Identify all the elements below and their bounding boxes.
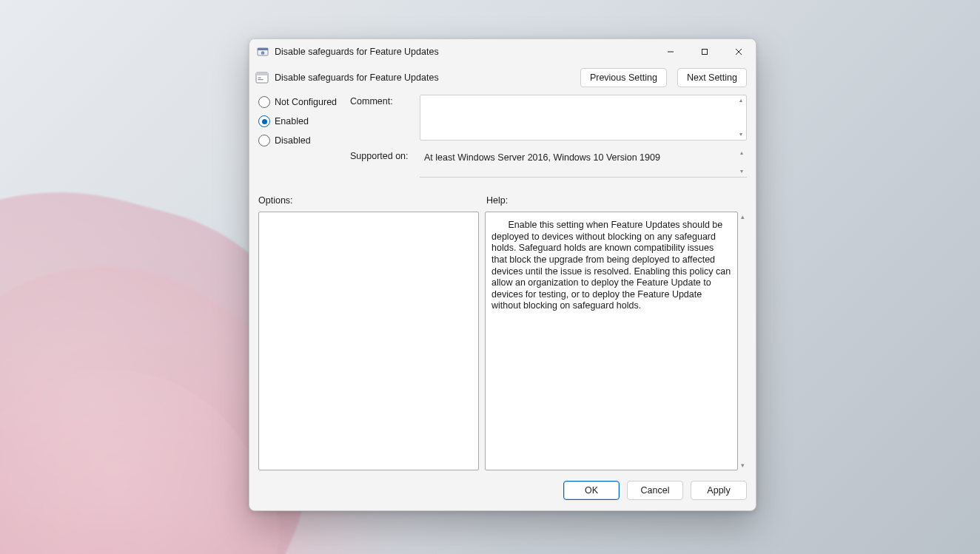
supported-on-field: At least Windows Server 2016, Windows 10… (420, 148, 747, 178)
radio-label: Enabled (275, 116, 309, 126)
svg-rect-7 (258, 79, 264, 80)
radio-icon (258, 115, 270, 127)
supported-on-label: Supported on: (350, 145, 417, 161)
minimize-button[interactable] (654, 39, 688, 64)
scroll-down-icon[interactable]: ▾ (739, 169, 745, 175)
policy-icon (255, 71, 269, 84)
scroll-up-icon[interactable]: ▴ (738, 98, 744, 104)
radio-icon (258, 96, 270, 108)
radio-disabled[interactable]: Disabled (258, 135, 347, 146)
supported-on-value: At least Windows Server 2016, Windows 10… (424, 152, 660, 163)
desktop-wallpaper: Disable safeguards for Feature Updates (0, 0, 980, 554)
svg-point-2 (261, 51, 265, 55)
radio-not-configured[interactable]: Not Configured (258, 96, 347, 108)
radio-enabled[interactable]: Enabled (258, 115, 347, 127)
titlebar[interactable]: Disable safeguards for Feature Updates (249, 39, 756, 64)
ok-button[interactable]: OK (563, 481, 620, 500)
policy-title: Disable safeguards for Feature Updates (275, 72, 439, 83)
cancel-button[interactable]: Cancel (627, 481, 683, 500)
svg-rect-5 (256, 72, 268, 75)
apply-button[interactable]: Apply (691, 481, 747, 500)
svg-rect-3 (702, 49, 708, 54)
help-pane[interactable]: Enable this setting when Feature Updates… (485, 212, 738, 470)
svg-rect-6 (258, 78, 261, 78)
maximize-button[interactable] (688, 39, 722, 64)
window-title: Disable safeguards for Feature Updates (275, 47, 439, 57)
help-text: Enable this setting when Feature Updates… (491, 220, 731, 312)
scroll-down-icon[interactable]: ▾ (741, 462, 745, 469)
dialog-header: Disable safeguards for Feature Updates P… (249, 64, 756, 87)
state-radio-group: Not Configured Enabled Disabled (258, 95, 347, 146)
scroll-up-icon[interactable]: ▴ (741, 213, 745, 220)
radio-icon (258, 135, 270, 146)
next-setting-button[interactable]: Next Setting (677, 68, 747, 87)
help-label: Help: (486, 195, 508, 206)
options-label: Options: (258, 195, 479, 206)
close-button[interactable] (722, 39, 756, 64)
radio-label: Disabled (275, 135, 311, 146)
comment-input[interactable]: ▴ ▾ (420, 95, 747, 141)
radio-label: Not Configured (275, 97, 337, 107)
options-pane (258, 212, 479, 470)
scroll-up-icon[interactable]: ▴ (739, 150, 745, 156)
app-icon (257, 46, 269, 58)
scroll-down-icon[interactable]: ▾ (738, 132, 744, 138)
previous-setting-button[interactable]: Previous Setting (580, 68, 667, 87)
help-scrollbar[interactable]: ▴ ▾ (738, 212, 747, 470)
svg-rect-1 (258, 48, 268, 50)
dialog-footer: OK Cancel Apply (249, 470, 756, 510)
comment-label: Comment: (350, 95, 417, 107)
policy-dialog-window: Disable safeguards for Feature Updates (249, 38, 756, 511)
